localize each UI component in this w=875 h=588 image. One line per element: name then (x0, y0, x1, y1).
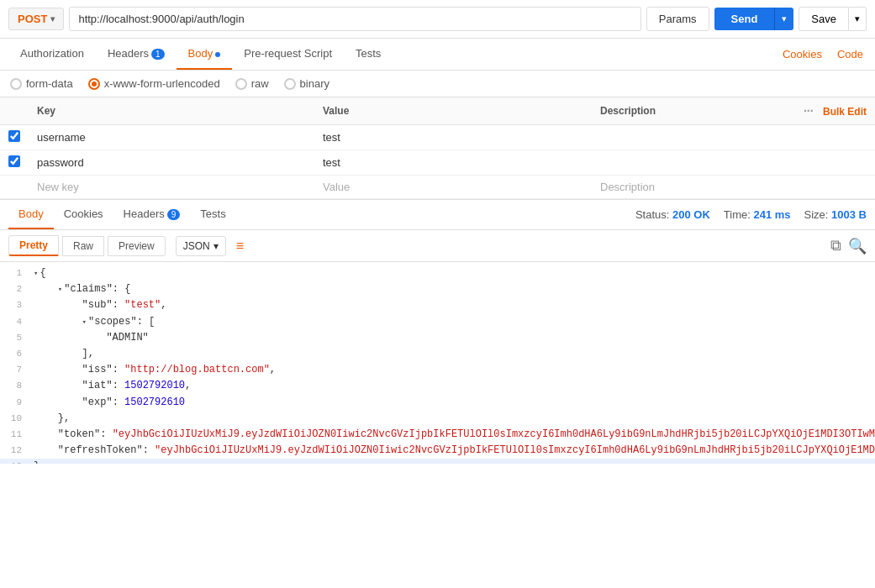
three-dots-icon[interactable]: ··· (804, 104, 814, 118)
format-select-chevron-icon: ▾ (213, 240, 219, 252)
fmt-raw-button[interactable]: Raw (62, 236, 104, 256)
save-button[interactable]: Save (799, 7, 849, 31)
response-nav: Body Cookies Headers9 Tests Status: 200 … (0, 199, 875, 230)
code-line: 10 }, (0, 411, 875, 427)
collapse-toggle-icon[interactable]: ▾ (34, 270, 38, 278)
col-actions-header: ··· Bulk Edit (726, 97, 875, 125)
tab-pre-request-script[interactable]: Pre-request Script (232, 39, 344, 70)
url-input[interactable] (69, 7, 640, 31)
row2-checkbox[interactable] (8, 155, 20, 167)
bulk-edit-button[interactable]: Bulk Edit (823, 106, 867, 118)
new-row: New key Value Description (0, 176, 875, 199)
col-checkbox-header (0, 97, 29, 125)
line-number: 8 (0, 378, 30, 394)
new-row-description[interactable]: Description (592, 176, 726, 199)
line-content: ▾{ (30, 265, 875, 281)
new-row-value[interactable]: Value (314, 176, 592, 199)
status-label: Status: 200 OK (635, 208, 710, 221)
col-description-header: Description (592, 97, 726, 125)
code-area[interactable]: 1▾{2 ▾"claims": {3 "sub": "test",4 ▾"sco… (0, 262, 875, 464)
row2-key[interactable]: password (29, 150, 314, 176)
line-number: 6 (0, 346, 30, 362)
send-dropdown-button[interactable]: ▾ (774, 8, 793, 30)
save-btn-group: Save ▾ (799, 7, 867, 31)
top-bar: POST ▾ Params Send ▾ Save ▾ (0, 0, 875, 39)
row1-actions (726, 125, 875, 150)
format-bar: Pretty Raw Preview JSON ▾ ≡ ⧉ 🔍 (0, 230, 875, 262)
resp-status-bar: Status: 200 OK Time: 241 ms Size: 1003 B (635, 208, 867, 221)
send-button[interactable]: Send (714, 8, 775, 30)
body-type-raw[interactable]: raw (235, 77, 269, 90)
code-line: 4 ▾"scopes": [ (0, 314, 875, 330)
row1-key[interactable]: username (29, 125, 314, 150)
collapse-toggle-icon[interactable]: ▾ (58, 286, 62, 294)
resp-tab-body[interactable]: Body (8, 200, 54, 229)
line-number: 11 (0, 427, 30, 443)
method-chevron-icon: ▾ (50, 14, 55, 24)
code-line: 2 ▾"claims": { (0, 281, 875, 297)
line-number: 13 (0, 459, 30, 464)
tab-right-links: Cookies Code (779, 39, 867, 69)
radio-urlencoded (88, 78, 100, 90)
col-value-header: Value (314, 97, 592, 125)
time-label: Time: 241 ms (724, 208, 791, 221)
code-line: 12 "refreshToken": "eyJhbGciOiJIUzUxMiJ9… (0, 443, 875, 459)
code-line: 1▾{ (0, 265, 875, 281)
fmt-pretty-button[interactable]: Pretty (8, 235, 59, 256)
tab-headers[interactable]: Headers1 (96, 39, 177, 70)
send-btn-group: Send ▾ (714, 8, 794, 30)
col-key-header: Key (29, 97, 314, 125)
line-content: "token": "eyJhbGciOiJIUzUxMiJ9.eyJzdWIiO… (30, 427, 875, 443)
collapse-toggle-icon[interactable]: ▾ (82, 318, 87, 327)
code-line: 9 "exp": 1502792610 (0, 395, 875, 411)
body-type-binary[interactable]: binary (284, 77, 329, 90)
body-dot (215, 52, 220, 57)
row1-description[interactable] (592, 125, 726, 150)
code-link[interactable]: Code (834, 39, 867, 69)
wrap-icon[interactable]: ≡ (236, 239, 244, 254)
tab-authorization[interactable]: Authorization (8, 39, 96, 70)
row2-description[interactable] (592, 150, 726, 176)
line-number: 7 (0, 362, 30, 378)
line-number: 12 (0, 443, 30, 459)
tab-body[interactable]: Body (177, 39, 233, 70)
radio-form-data (10, 78, 22, 90)
code-line: 5 "ADMIN" (0, 330, 875, 346)
line-number: 5 (0, 330, 30, 346)
format-select[interactable]: JSON ▾ (176, 236, 226, 256)
line-content: "ADMIN" (30, 330, 875, 346)
tab-tests[interactable]: Tests (344, 39, 393, 70)
line-content: ▾"claims": { (30, 281, 875, 297)
cookies-link[interactable]: Cookies (779, 39, 825, 69)
resp-tab-headers[interactable]: Headers9 (113, 200, 191, 229)
status-value: 200 OK (672, 208, 710, 221)
new-row-key[interactable]: New key (29, 176, 314, 199)
request-tab-nav: Authorization Headers1 Body Pre-request … (0, 39, 875, 71)
fmt-right-actions: ⧉ 🔍 (830, 237, 867, 255)
search-icon[interactable]: 🔍 (848, 237, 867, 255)
line-number: 3 (0, 297, 30, 313)
line-content: "refreshToken": "eyJhbGciOiJIUzUxMiJ9.ey… (30, 443, 875, 459)
resp-tab-tests[interactable]: Tests (190, 200, 235, 229)
fmt-preview-button[interactable]: Preview (108, 236, 166, 256)
row1-value[interactable]: test (314, 125, 592, 150)
size-value: 1003 B (831, 208, 867, 221)
line-content: "iat": 1502792010, (30, 378, 875, 394)
code-line: 11 "token": "eyJhbGciOiJIUzUxMiJ9.eyJzdW… (0, 427, 875, 443)
format-select-label: JSON (183, 240, 210, 252)
time-value: 241 ms (753, 208, 790, 221)
body-type-urlencoded[interactable]: x-www-form-urlencoded (88, 77, 220, 90)
params-button[interactable]: Params (646, 7, 709, 31)
size-label: Size: 1003 B (804, 208, 867, 221)
row1-checkbox[interactable] (8, 130, 20, 142)
line-content: "exp": 1502792610 (30, 395, 875, 411)
row2-value[interactable]: test (314, 150, 592, 176)
new-row-checkbox-cell (0, 176, 29, 199)
body-type-form-data[interactable]: form-data (10, 77, 73, 90)
line-number: 9 (0, 395, 30, 411)
save-dropdown-button[interactable]: ▾ (849, 7, 867, 31)
resp-tab-cookies[interactable]: Cookies (54, 200, 113, 229)
copy-icon[interactable]: ⧉ (830, 237, 841, 255)
method-select[interactable]: POST ▾ (8, 8, 64, 30)
code-line: 8 "iat": 1502792010, (0, 378, 875, 394)
